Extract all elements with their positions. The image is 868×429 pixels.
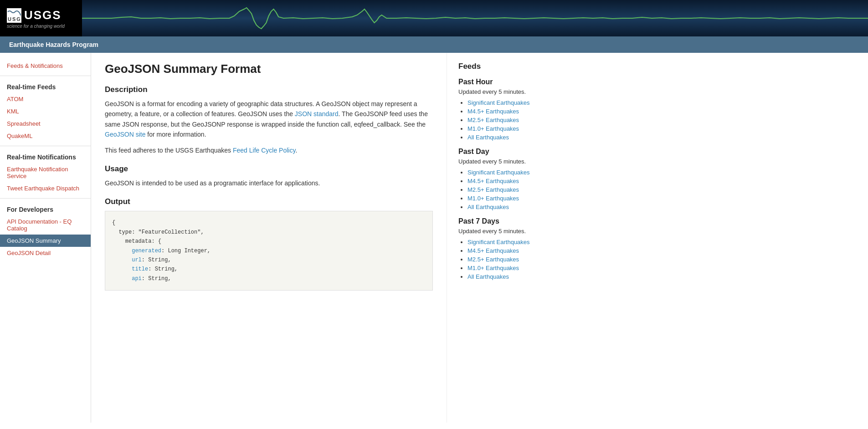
code-line-3: metadata: { [112, 237, 426, 246]
list-item: M1.0+ Earthquakes [467, 125, 581, 132]
code-line-1: { [112, 218, 426, 227]
json-standard-link[interactable]: JSON standard [295, 110, 339, 117]
past-day-significant-link[interactable]: Significant Earthquakes [467, 169, 530, 176]
sidebar-item-quakeml[interactable]: QuakeML [0, 130, 91, 142]
desc-text-2a: This feed adheres to the USGS Earthquake… [105, 147, 233, 154]
logo-text: USGS [24, 8, 62, 22]
main-content: GeoJSON Summary Format Description GeoJS… [91, 53, 447, 423]
past-hour-significant-link[interactable]: Significant Earthquakes [467, 99, 530, 106]
code-line-2: type: "FeatureCollection", [112, 228, 426, 237]
past-hour-m25-link[interactable]: M2.5+ Earthquakes [467, 117, 519, 123]
list-item: Significant Earthquakes [467, 99, 581, 106]
past-day-m45-link[interactable]: M4.5+ Earthquakes [467, 178, 519, 184]
feeds-panel-title: Feeds [458, 62, 581, 71]
list-item: M4.5+ Earthquakes [467, 177, 581, 184]
list-item: Significant Earthquakes [467, 238, 581, 245]
sidebar-item-geojson-summary[interactable]: GeoJSON Summary [0, 235, 91, 247]
nav-bar: Earthquake Hazards Program [0, 36, 868, 53]
list-item: M1.0+ Earthquakes [467, 194, 581, 202]
feed-life-cycle-link[interactable]: Feed Life Cycle Policy [233, 147, 295, 154]
past-day-all-link[interactable]: All Earthquakes [467, 204, 509, 210]
sidebar-divider-2 [0, 146, 91, 146]
code-line-4: generated: Long Integer, [112, 246, 426, 255]
sidebar-item-kml[interactable]: KML [0, 105, 91, 117]
desc-text-2b: . [295, 147, 297, 154]
content-area: GeoJSON Summary Format Description GeoJS… [91, 53, 868, 423]
sidebar-item-ted[interactable]: Tweet Earthquake Dispatch [0, 182, 91, 194]
description-heading: Description [105, 85, 433, 94]
list-item: M2.5+ Earthquakes [467, 186, 581, 193]
sidebar-section-feeds-notifications[interactable]: Feeds & Notifications [0, 60, 91, 72]
usgs-logo: USGS USGS [7, 8, 65, 23]
usgs-logo-icon: USGS [7, 8, 21, 23]
code-block[interactable]: { type: "FeatureCollection", metadata: {… [105, 211, 433, 291]
feeds-past-day-list: Significant Earthquakes M4.5+ Earthquake… [458, 169, 581, 210]
page-header: USGS USGS science for a changing world [0, 0, 868, 36]
geojson-site-link[interactable]: GeoJSON site [105, 131, 145, 138]
feeds-past-hour: Past Hour Updated every 5 minutes. Signi… [458, 78, 581, 141]
feeds-past-7days-list: Significant Earthquakes M4.5+ Earthquake… [458, 238, 581, 280]
list-item: M4.5+ Earthquakes [467, 247, 581, 254]
desc-text-1c: for more information. [145, 131, 206, 138]
sidebar-item-spreadsheet[interactable]: Spreadsheet [0, 117, 91, 130]
past-7days-m45-link[interactable]: M4.5+ Earthquakes [467, 247, 519, 254]
list-item: All Earthquakes [467, 273, 581, 280]
sidebar-for-developers-header: For Developers [0, 202, 91, 215]
feeds-past-hour-list: Significant Earthquakes M4.5+ Earthquake… [458, 99, 581, 141]
svg-text:USGS: USGS [8, 16, 21, 22]
logo-subtitle: science for a changing world [7, 24, 65, 29]
past-hour-all-link[interactable]: All Earthquakes [467, 134, 509, 141]
past-hour-m45-link[interactable]: M4.5+ Earthquakes [467, 108, 519, 115]
feeds-past-7days-title: Past 7 Days [458, 217, 581, 225]
feeds-past-7days: Past 7 Days Updated every 5 minutes. Sig… [458, 217, 581, 280]
feeds-panel: Feeds Past Hour Updated every 5 minutes.… [447, 53, 592, 423]
past-7days-m10-link[interactable]: M1.0+ Earthquakes [467, 265, 519, 271]
title-link[interactable]: title [132, 266, 148, 272]
list-item: M2.5+ Earthquakes [467, 116, 581, 123]
sidebar-item-api-docs[interactable]: API Documentation - EQ Catalog [0, 215, 91, 235]
seismograph-banner [82, 0, 868, 36]
past-7days-m25-link[interactable]: M2.5+ Earthquakes [467, 256, 519, 263]
sidebar-feeds-notifications-link[interactable]: Feeds & Notifications [0, 60, 91, 72]
generated-link[interactable]: generated [132, 248, 161, 254]
feeds-past-day-title: Past Day [458, 148, 581, 156]
page-title: GeoJSON Summary Format [105, 62, 433, 76]
main-layout: Feeds & Notifications Real-time Feeds AT… [0, 53, 868, 423]
description-paragraph-1: GeoJSON is a format for encoding a varie… [105, 99, 433, 140]
past-day-m25-link[interactable]: M2.5+ Earthquakes [467, 186, 519, 193]
nav-label: Earthquake Hazards Program [9, 41, 98, 48]
sidebar-realtime-feeds-header: Real-time Feeds [0, 80, 91, 93]
description-paragraph-2: This feed adheres to the USGS Earthquake… [105, 145, 433, 155]
feeds-past-hour-title: Past Hour [458, 78, 581, 86]
feeds-past-hour-desc: Updated every 5 minutes. [458, 88, 581, 95]
past-7days-all-link[interactable]: All Earthquakes [467, 273, 509, 280]
url-link[interactable]: url [132, 257, 142, 263]
sidebar-item-geojson-detail[interactable]: GeoJSON Detail [0, 247, 91, 259]
feeds-past-day: Past Day Updated every 5 minutes. Signif… [458, 148, 581, 210]
sidebar-item-atom[interactable]: ATOM [0, 93, 91, 105]
list-item: M2.5+ Earthquakes [467, 255, 581, 263]
past-day-m10-link[interactable]: M1.0+ Earthquakes [467, 195, 519, 202]
code-line-7: api: String, [112, 274, 426, 283]
list-item: All Earthquakes [467, 203, 581, 210]
logo-area: USGS USGS science for a changing world [0, 0, 82, 36]
list-item: Significant Earthquakes [467, 169, 581, 176]
api-link[interactable]: api [132, 276, 142, 282]
code-line-6: title: String, [112, 265, 426, 274]
sidebar-realtime-notifications-header: Real-time Notifications [0, 150, 91, 163]
list-item: All Earthquakes [467, 133, 581, 141]
usage-heading: Usage [105, 164, 433, 174]
code-line-5: url: String, [112, 255, 426, 265]
sidebar-divider-3 [0, 198, 91, 199]
sidebar: Feeds & Notifications Real-time Feeds AT… [0, 53, 91, 423]
seismo-wave [82, 7, 868, 30]
sidebar-item-ens[interactable]: Earthquake Notification Service [0, 163, 91, 182]
feeds-past-7days-desc: Updated every 5 minutes. [458, 228, 581, 235]
list-item: M1.0+ Earthquakes [467, 264, 581, 271]
usage-text: GeoJSON is intended to be used as a prog… [105, 178, 433, 188]
past-7days-significant-link[interactable]: Significant Earthquakes [467, 239, 530, 245]
past-hour-m10-link[interactable]: M1.0+ Earthquakes [467, 125, 519, 132]
output-heading: Output [105, 197, 433, 206]
feeds-past-day-desc: Updated every 5 minutes. [458, 158, 581, 165]
list-item: M4.5+ Earthquakes [467, 107, 581, 115]
